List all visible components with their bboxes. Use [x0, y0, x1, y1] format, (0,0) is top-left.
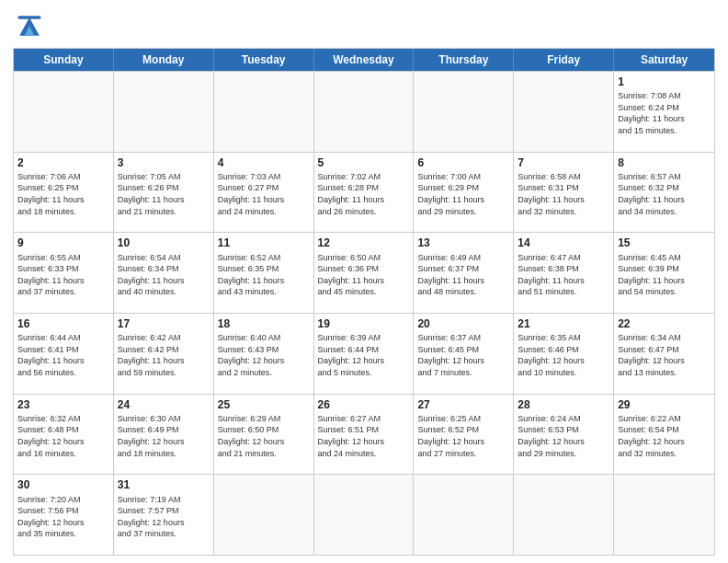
- day-number-19: 19: [318, 316, 410, 331]
- empty-cell-w5-d6: [614, 475, 714, 555]
- day-4: 4Sunrise: 7:03 AM Sunset: 6:27 PM Daylig…: [214, 153, 314, 233]
- dow-thursday: Thursday: [414, 49, 514, 71]
- empty-cell-w5-d4: [414, 475, 514, 555]
- sun-info-19: Sunrise: 6:39 AM Sunset: 6:44 PM Dayligh…: [318, 332, 410, 378]
- day-13: 13Sunrise: 6:49 AM Sunset: 6:37 PM Dayli…: [414, 233, 514, 313]
- day-2: 2Sunrise: 7:06 AM Sunset: 6:25 PM Daylig…: [14, 153, 114, 233]
- sun-info-29: Sunrise: 6:22 AM Sunset: 6:54 PM Dayligh…: [618, 413, 711, 459]
- day-number-27: 27: [417, 397, 509, 412]
- day-number-8: 8: [618, 155, 711, 170]
- day-number-2: 2: [17, 155, 109, 170]
- day-number-1: 1: [618, 75, 711, 89]
- sun-info-27: Sunrise: 6:25 AM Sunset: 6:52 PM Dayligh…: [417, 413, 509, 459]
- week-row-2: 2Sunrise: 7:06 AM Sunset: 6:25 PM Daylig…: [14, 152, 714, 233]
- week-row-3: 9Sunrise: 6:55 AM Sunset: 6:33 PM Daylig…: [14, 232, 714, 313]
- day-15: 15Sunrise: 6:45 AM Sunset: 6:39 PM Dayli…: [614, 233, 714, 313]
- sun-info-1: Sunrise: 7:08 AM Sunset: 6:24 PM Dayligh…: [618, 90, 711, 136]
- day-number-9: 9: [17, 236, 109, 250]
- sun-info-15: Sunrise: 6:45 AM Sunset: 6:39 PM Dayligh…: [618, 252, 711, 298]
- day-number-5: 5: [318, 155, 410, 170]
- empty-cell-w0-d3: [314, 72, 415, 152]
- day-25: 25Sunrise: 6:29 AM Sunset: 6:50 PM Dayli…: [214, 395, 314, 475]
- day-10: 10Sunrise: 6:54 AM Sunset: 6:34 PM Dayli…: [114, 233, 214, 313]
- week-row-6: 30Sunrise: 7:20 AM Sunset: 7:56 PM Dayli…: [14, 474, 714, 555]
- day-number-11: 11: [218, 236, 310, 250]
- sun-info-9: Sunrise: 6:55 AM Sunset: 6:33 PM Dayligh…: [17, 252, 109, 298]
- day-28: 28Sunrise: 6:24 AM Sunset: 6:53 PM Dayli…: [514, 395, 614, 475]
- day-31: 31Sunrise: 7:19 AM Sunset: 7:57 PM Dayli…: [114, 475, 214, 555]
- day-29: 29Sunrise: 6:22 AM Sunset: 6:54 PM Dayli…: [614, 395, 714, 475]
- day-number-26: 26: [318, 397, 410, 412]
- sun-info-2: Sunrise: 7:06 AM Sunset: 6:25 PM Dayligh…: [17, 171, 109, 217]
- day-9: 9Sunrise: 6:55 AM Sunset: 6:33 PM Daylig…: [14, 233, 114, 313]
- dow-friday: Friday: [514, 49, 614, 71]
- day-16: 16Sunrise: 6:44 AM Sunset: 6:41 PM Dayli…: [14, 314, 114, 394]
- week-row-1: 1Sunrise: 7:08 AM Sunset: 6:24 PM Daylig…: [14, 71, 714, 152]
- sun-info-11: Sunrise: 6:52 AM Sunset: 6:35 PM Dayligh…: [218, 252, 310, 298]
- day-number-25: 25: [218, 397, 310, 412]
- page: Sunday Monday Tuesday Wednesday Thursday…: [0, 0, 728, 563]
- sun-info-21: Sunrise: 6:35 AM Sunset: 6:46 PM Dayligh…: [518, 332, 609, 378]
- day-number-14: 14: [518, 236, 609, 250]
- sun-info-6: Sunrise: 7:00 AM Sunset: 6:29 PM Dayligh…: [417, 171, 509, 217]
- day-number-24: 24: [118, 397, 210, 412]
- day-number-13: 13: [417, 236, 509, 250]
- sun-info-3: Sunrise: 7:05 AM Sunset: 6:26 PM Dayligh…: [118, 171, 210, 217]
- dow-saturday: Saturday: [614, 49, 714, 71]
- calendar-header: Sunday Monday Tuesday Wednesday Thursday…: [14, 49, 714, 71]
- sun-info-28: Sunrise: 6:24 AM Sunset: 6:53 PM Dayligh…: [518, 413, 609, 459]
- day-number-31: 31: [118, 477, 210, 492]
- day-14: 14Sunrise: 6:47 AM Sunset: 6:38 PM Dayli…: [514, 233, 614, 313]
- sun-info-26: Sunrise: 6:27 AM Sunset: 6:51 PM Dayligh…: [318, 413, 410, 459]
- day-23: 23Sunrise: 6:32 AM Sunset: 6:48 PM Dayli…: [14, 395, 114, 475]
- day-5: 5Sunrise: 7:02 AM Sunset: 6:28 PM Daylig…: [314, 153, 415, 233]
- logo: [13, 9, 51, 42]
- empty-cell-w0-d5: [514, 72, 614, 152]
- day-number-21: 21: [518, 316, 609, 331]
- empty-cell-w0-d0: [14, 72, 114, 152]
- header: [13, 9, 715, 42]
- day-number-18: 18: [218, 316, 310, 331]
- svg-rect-2: [17, 16, 40, 19]
- empty-cell-w0-d1: [114, 72, 214, 152]
- day-1: 1Sunrise: 7:08 AM Sunset: 6:24 PM Daylig…: [614, 72, 714, 152]
- dow-monday: Monday: [114, 49, 214, 71]
- empty-cell-w0-d4: [414, 72, 514, 152]
- day-number-16: 16: [17, 316, 109, 331]
- day-20: 20Sunrise: 6:37 AM Sunset: 6:45 PM Dayli…: [414, 314, 514, 394]
- sun-info-14: Sunrise: 6:47 AM Sunset: 6:38 PM Dayligh…: [518, 252, 609, 298]
- day-11: 11Sunrise: 6:52 AM Sunset: 6:35 PM Dayli…: [214, 233, 314, 313]
- day-30: 30Sunrise: 7:20 AM Sunset: 7:56 PM Dayli…: [14, 475, 114, 555]
- day-7: 7Sunrise: 6:58 AM Sunset: 6:31 PM Daylig…: [514, 153, 614, 233]
- dow-tuesday: Tuesday: [214, 49, 314, 71]
- sun-info-5: Sunrise: 7:02 AM Sunset: 6:28 PM Dayligh…: [318, 171, 410, 217]
- sun-info-22: Sunrise: 6:34 AM Sunset: 6:47 PM Dayligh…: [618, 332, 711, 378]
- day-number-22: 22: [618, 316, 711, 331]
- day-number-17: 17: [118, 316, 210, 331]
- day-17: 17Sunrise: 6:42 AM Sunset: 6:42 PM Dayli…: [114, 314, 214, 394]
- day-8: 8Sunrise: 6:57 AM Sunset: 6:32 PM Daylig…: [614, 153, 714, 233]
- generalblue-logo-icon: [13, 9, 46, 42]
- day-3: 3Sunrise: 7:05 AM Sunset: 6:26 PM Daylig…: [114, 153, 214, 233]
- empty-cell-w5-d2: [214, 475, 314, 555]
- day-number-6: 6: [417, 155, 509, 170]
- empty-cell-w5-d5: [514, 475, 614, 555]
- empty-cell-w5-d3: [314, 475, 415, 555]
- day-18: 18Sunrise: 6:40 AM Sunset: 6:43 PM Dayli…: [214, 314, 314, 394]
- day-24: 24Sunrise: 6:30 AM Sunset: 6:49 PM Dayli…: [114, 395, 214, 475]
- empty-cell-w0-d2: [214, 72, 314, 152]
- sun-info-16: Sunrise: 6:44 AM Sunset: 6:41 PM Dayligh…: [17, 332, 109, 378]
- day-number-7: 7: [518, 155, 609, 170]
- week-row-5: 23Sunrise: 6:32 AM Sunset: 6:48 PM Dayli…: [14, 394, 714, 475]
- day-6: 6Sunrise: 7:00 AM Sunset: 6:29 PM Daylig…: [414, 153, 514, 233]
- sun-info-8: Sunrise: 6:57 AM Sunset: 6:32 PM Dayligh…: [618, 171, 711, 217]
- sun-info-25: Sunrise: 6:29 AM Sunset: 6:50 PM Dayligh…: [218, 413, 310, 459]
- day-number-30: 30: [17, 477, 109, 492]
- sun-info-12: Sunrise: 6:50 AM Sunset: 6:36 PM Dayligh…: [318, 252, 410, 298]
- day-number-23: 23: [17, 397, 109, 412]
- day-number-28: 28: [518, 397, 609, 412]
- sun-info-31: Sunrise: 7:19 AM Sunset: 7:57 PM Dayligh…: [118, 494, 210, 540]
- calendar: Sunday Monday Tuesday Wednesday Thursday…: [13, 48, 715, 556]
- day-27: 27Sunrise: 6:25 AM Sunset: 6:52 PM Dayli…: [414, 395, 514, 475]
- day-number-12: 12: [318, 236, 410, 250]
